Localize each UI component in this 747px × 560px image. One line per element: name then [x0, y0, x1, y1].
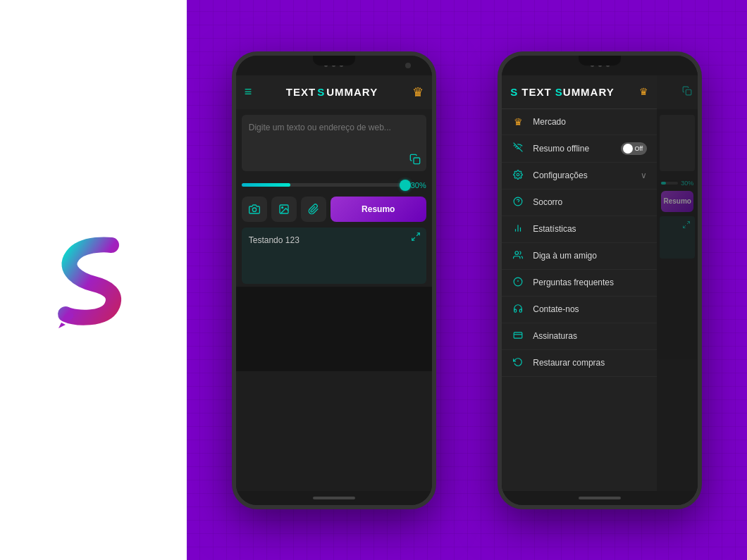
text-input-area[interactable]: Digite um texto ou endereço de web... [242, 115, 426, 171]
peek-slider-pct: 30% [681, 180, 693, 187]
home-indicator-main [313, 497, 355, 499]
peek-copy-icon [682, 86, 692, 98]
phone-top-bar-main [236, 56, 432, 75]
wifi-off-icon [512, 142, 524, 154]
app-logo [51, 231, 136, 330]
toggle-off-label: Off [634, 145, 645, 152]
hamburger-icon[interactable]: ≡ [245, 85, 252, 99]
svg-point-5 [281, 206, 283, 208]
drawer-overlay: S TEXT SUMMARY ♛ ♛ Mercado [502, 75, 698, 491]
mercado-label: Mercado [533, 117, 647, 127]
phone-screen-menu: S TEXT SUMMARY ♛ ♛ Mercado [502, 75, 698, 491]
phone-notch-menu [579, 56, 621, 66]
menu-item-configuracoes[interactable]: Configurações ∨ [502, 163, 657, 189]
drawer-header: S TEXT SUMMARY ♛ [502, 75, 657, 109]
resumo-offline-label: Resumo offline [533, 144, 612, 154]
action-buttons-row: Resumo [236, 194, 432, 225]
menu-item-resumo-offline[interactable]: Resumo offline Off [502, 135, 657, 163]
socorro-label: Socorro [533, 197, 647, 207]
peek-expand-icon [682, 220, 691, 229]
help-icon [512, 197, 524, 209]
contate-nos-label: Contate-nos [533, 304, 647, 314]
attachment-button[interactable] [301, 197, 326, 222]
slider-fill [242, 183, 291, 187]
info-icon [512, 277, 524, 289]
menu-item-estatisticas[interactable]: Estatísticas [502, 216, 657, 243]
svg-rect-2 [414, 158, 420, 164]
svg-line-23 [684, 225, 686, 228]
drawer-s-letter: S [510, 86, 517, 98]
svg-line-6 [416, 232, 419, 235]
right-panel: ≡ ≡ TEXT SUMMARY ♛ Digite um texto ou en… [187, 0, 747, 560]
phone-main: ≡ ≡ TEXT SUMMARY ♛ Digite um texto ou en… [232, 51, 436, 509]
result-text: Testando 123 [249, 235, 300, 245]
menu-item-restaurar[interactable]: Restaurar compras [502, 350, 657, 377]
input-placeholder: Digite um texto ou endereço de web... [249, 123, 391, 132]
svg-rect-21 [686, 89, 692, 95]
slider-percentage: 30% [411, 181, 426, 189]
svg-marker-1 [58, 323, 66, 328]
title-s-letter: S [317, 86, 325, 98]
drawer-title: TEXT SUMMARY [521, 86, 614, 98]
menu-item-perguntas[interactable]: Perguntas frequentes [502, 270, 657, 297]
people-icon [512, 250, 524, 262]
crown-icon-main[interactable]: ♛ [412, 85, 424, 100]
svg-rect-19 [514, 332, 522, 337]
resumo-button[interactable]: Resumo [331, 197, 426, 222]
phone-bottom-bar-main [236, 491, 432, 505]
chart-icon [512, 223, 524, 235]
phone-bottom-bar-menu [502, 491, 698, 505]
drawer-crown-icon: ♛ [639, 86, 648, 97]
dark-bottom-area [236, 287, 432, 371]
phone-screen-main: ≡ ≡ TEXT SUMMARY ♛ Digite um texto ou en… [236, 75, 432, 491]
offline-toggle[interactable]: Off [621, 142, 647, 155]
drawer-menu: S TEXT SUMMARY ♛ ♛ Mercado [502, 75, 657, 491]
left-panel [0, 0, 187, 560]
svg-point-3 [252, 208, 256, 211]
svg-line-7 [412, 237, 415, 240]
app-title-main: ≡ TEXT SUMMARY [286, 86, 378, 98]
menu-item-contate-nos[interactable]: Contate-nos [502, 297, 657, 323]
peek-resumo-btn: Resumo [664, 197, 691, 205]
menu-item-assinaturas[interactable]: Assinaturas [502, 323, 657, 350]
slider-thumb[interactable] [400, 180, 411, 191]
app-header-main: ≡ ≡ TEXT SUMMARY ♛ [236, 75, 432, 109]
menu-item-diga-amigo[interactable]: Diga à um amigo [502, 243, 657, 270]
menu-item-mercado[interactable]: ♛ Mercado [502, 109, 657, 135]
perguntas-label: Perguntas frequentes [533, 278, 647, 287]
resumo-button-label: Resumo [362, 204, 395, 214]
camera-button[interactable] [242, 197, 267, 222]
title-text-suffix: UMMARY [326, 86, 378, 98]
estatisticas-label: Estatísticas [533, 224, 647, 234]
title-text-prefix: TEXT [286, 86, 316, 98]
diga-amigo-label: Diga à um amigo [533, 251, 647, 261]
headphones-icon [512, 304, 524, 316]
home-indicator-menu [579, 497, 621, 499]
restore-icon [512, 357, 524, 369]
expand-icon[interactable] [411, 232, 421, 244]
copy-icon-btn[interactable] [409, 154, 421, 167]
svg-line-22 [687, 221, 690, 224]
result-area: Testando 123 [242, 228, 426, 284]
image-button[interactable] [271, 197, 297, 222]
phone-camera [405, 63, 411, 68]
screen-peek: 30% Resumo [657, 75, 698, 491]
phone-menu: S TEXT SUMMARY ♛ ♛ Mercado [498, 51, 702, 509]
card-icon [512, 330, 524, 342]
assinaturas-label: Assinaturas [533, 331, 647, 341]
slider-track[interactable] [242, 183, 405, 187]
menu-item-socorro[interactable]: Socorro [502, 189, 657, 216]
mercado-icon: ♛ [512, 116, 524, 127]
svg-point-9 [517, 173, 520, 176]
configuracoes-arrow: ∨ [641, 170, 647, 180]
phone-notch [313, 56, 355, 66]
svg-point-15 [515, 251, 519, 254]
configuracoes-label: Configurações [533, 170, 632, 180]
gear-icon [512, 170, 524, 182]
phone-top-bar-menu [502, 56, 698, 75]
toggle-knob [623, 144, 633, 154]
restaurar-label: Restaurar compras [533, 358, 647, 368]
slider-area: 30% [236, 177, 432, 194]
